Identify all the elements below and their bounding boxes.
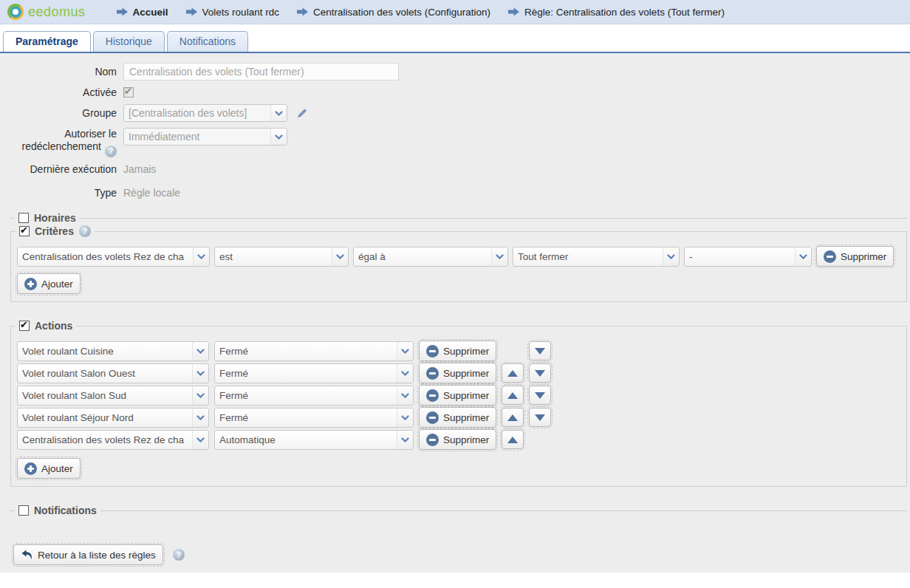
action-value-select[interactable]: Automatique	[214, 430, 414, 450]
supprimer-button[interactable]: Supprimer	[419, 363, 496, 383]
undo-arrow-icon	[21, 550, 33, 561]
action-value-select[interactable]: Fermé	[214, 386, 414, 406]
minus-icon	[426, 367, 439, 380]
action-value-select[interactable]: Fermé	[214, 341, 414, 361]
move-up-button[interactable]	[502, 408, 524, 427]
chevron-down-icon	[192, 408, 208, 427]
chevron-down-icon	[192, 386, 208, 405]
breadcrumb-centralisation-config[interactable]: Centralisation des volets (Configuration…	[297, 7, 490, 18]
type-value: Règle locale	[123, 187, 180, 199]
actions-checkbox[interactable]	[19, 321, 30, 331]
criteres-checkbox[interactable]	[19, 226, 30, 236]
minus-icon	[426, 411, 439, 424]
horaires-title: Horaires	[34, 212, 76, 224]
chevron-down-icon	[192, 342, 208, 360]
groupe-select[interactable]: [Centralisation des volets]	[123, 104, 287, 122]
move-down-button[interactable]	[529, 341, 551, 360]
eedomus-logo[interactable]: eedomus	[7, 4, 86, 20]
arrow-right-icon	[508, 7, 519, 16]
move-up-button[interactable]	[502, 430, 524, 449]
action-row: Centralisation des volets Rez de cha Aut…	[17, 429, 900, 450]
supprimer-button[interactable]: Supprimer	[419, 407, 496, 428]
groupe-label: Groupe	[0, 107, 123, 119]
action-row: Volet roulant Salon Ouest Fermé Supprime…	[17, 363, 900, 383]
action-device-select[interactable]: Volet roulant Salon Sud	[17, 386, 209, 406]
criteria-operator-select[interactable]: est	[214, 247, 349, 267]
supprimer-button[interactable]: Supprimer	[419, 341, 496, 361]
action-device-select[interactable]: Volet roulant Salon Ouest	[17, 363, 209, 383]
arrow-right-icon	[117, 7, 128, 16]
plus-icon	[24, 278, 37, 290]
section-horaires: Horaires	[10, 212, 907, 225]
derniere-execution-label: Dernière exécution	[0, 163, 123, 175]
move-down-button[interactable]	[529, 386, 551, 405]
horaires-checkbox[interactable]	[18, 213, 29, 223]
arrow-down-icon	[535, 392, 545, 399]
retour-liste-regles-button[interactable]: Retour à la liste des règles	[13, 544, 163, 565]
action-device-select[interactable]: Volet roulant Séjour Nord	[17, 408, 209, 428]
move-down-button[interactable]	[529, 408, 551, 427]
activee-checkbox[interactable]	[123, 87, 134, 98]
arrow-down-icon	[535, 370, 545, 377]
chevron-down-icon	[193, 247, 209, 266]
chevron-down-icon	[192, 364, 208, 383]
ajouter-action-button[interactable]: Ajouter	[17, 458, 81, 479]
section-criteres: Critères Centralisation des volets Rez d…	[10, 225, 907, 302]
supprimer-button[interactable]: Supprimer	[816, 246, 894, 267]
arrow-down-icon	[535, 348, 545, 355]
breadcrumb-volets-roulant-rdc[interactable]: Volets roulant rdc	[186, 7, 279, 18]
chevron-down-icon	[795, 247, 811, 266]
type-label: Type	[0, 187, 123, 199]
move-up-button[interactable]	[502, 386, 524, 405]
action-value-select[interactable]: Fermé	[214, 408, 414, 428]
breadcrumb-accueil[interactable]: Accueil	[117, 7, 168, 18]
tab-notifications[interactable]: Notifications	[167, 31, 248, 52]
arrow-up-icon	[507, 437, 518, 443]
chevron-down-icon	[491, 247, 507, 266]
criteres-title: Critères	[35, 225, 74, 237]
criteria-extra-select[interactable]: -	[684, 247, 812, 267]
section-actions: Actions Volet roulant Cuisine Fermé Supp…	[10, 320, 907, 487]
criteria-value-select[interactable]: Tout fermer	[513, 247, 680, 267]
move-up-button[interactable]	[502, 363, 524, 383]
derniere-execution-value: Jamais	[123, 163, 156, 175]
arrow-up-icon	[507, 414, 518, 421]
supprimer-button[interactable]: Supprimer	[419, 385, 496, 406]
minus-icon	[824, 250, 836, 263]
activee-label: Activée	[0, 86, 123, 98]
minus-icon	[426, 434, 439, 446]
supprimer-button[interactable]: Supprimer	[419, 429, 496, 450]
chevron-down-icon	[397, 386, 413, 405]
ajouter-critere-button[interactable]: Ajouter	[17, 273, 81, 294]
arrow-right-icon	[297, 7, 308, 16]
parametrage-panel: Nom Activée Groupe [Centralisation des v…	[0, 53, 910, 572]
chevron-down-icon	[663, 247, 679, 266]
redeclenchement-select[interactable]: Immédiatement	[123, 128, 287, 146]
redeclenchement-label: Autoriser le redéclenchement	[0, 128, 123, 153]
arrow-right-icon	[186, 7, 197, 16]
help-icon[interactable]	[173, 549, 185, 561]
logo-text: eedomus	[28, 4, 86, 20]
notifications-checkbox[interactable]	[18, 505, 29, 516]
action-device-select[interactable]: Centralisation des volets Rez de cha	[17, 430, 209, 450]
action-device-select[interactable]: Volet roulant Cuisine	[17, 341, 209, 361]
edit-pencil-icon[interactable]	[295, 107, 308, 120]
action-value-select[interactable]: Fermé	[214, 363, 414, 383]
help-icon[interactable]	[79, 225, 91, 237]
minus-icon	[426, 345, 439, 358]
eedomus-logo-icon	[7, 4, 24, 20]
criteria-comparator-select[interactable]: égal à	[353, 247, 508, 267]
chevron-down-icon	[192, 431, 208, 449]
chevron-down-icon	[397, 408, 413, 427]
tab-bar: Paramétrage Historique Notifications	[0, 24, 910, 52]
tab-historique[interactable]: Historique	[93, 31, 165, 52]
nom-input[interactable]	[123, 63, 399, 81]
action-row: Volet roulant Salon Sud Fermé Supprimer	[17, 385, 900, 406]
breadcrumb-regle[interactable]: Règle: Centralisation des volets (Tout f…	[508, 7, 725, 18]
move-down-button[interactable]	[529, 363, 551, 383]
arrow-up-icon	[507, 370, 518, 377]
help-icon[interactable]	[105, 146, 117, 157]
minus-icon	[426, 389, 439, 402]
criteria-device-select[interactable]: Centralisation des volets Rez de cha	[17, 247, 210, 267]
tab-parametrage[interactable]: Paramétrage	[3, 31, 91, 52]
